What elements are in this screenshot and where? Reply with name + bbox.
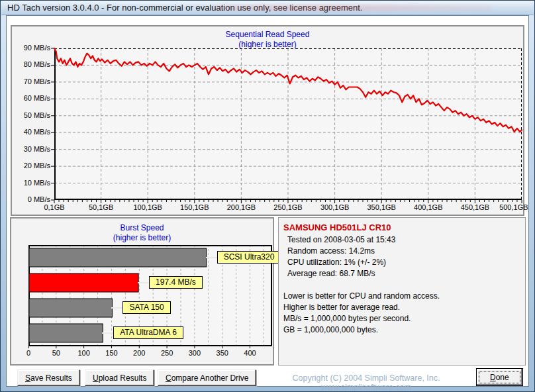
- bar-label-connector: [111, 307, 123, 309]
- burst-x-tick-label: 350: [217, 349, 228, 357]
- y-axis-tick-label: 90 MB/s: [12, 44, 50, 52]
- y-axis-tick-label: 0 MB/s: [12, 195, 50, 203]
- window-title: HD Tach version 3.0.4.0 - For non-commer…: [7, 3, 362, 13]
- sequential-read-panel: Sequential Read Speed (higher is better)…: [11, 25, 524, 216]
- burst-x-tick-label: 200: [133, 349, 145, 357]
- burst-x-tick-label: 100: [77, 349, 89, 357]
- random-access-line: Random access: 14.2ms: [287, 246, 525, 257]
- x-axis-tick-label: 400,1GB: [414, 203, 442, 211]
- upload-results-button[interactable]: Upload Results: [85, 369, 154, 386]
- y-axis-tick-label: 80 MB/s: [12, 60, 50, 68]
- note-lower-better: Lower is better for CPU and random acces…: [283, 291, 525, 302]
- burst-x-tick-label: 0: [26, 349, 30, 357]
- bar-value-label: 197.4 MB/s: [149, 276, 203, 289]
- burst-chart-title: Burst Speed (higher is better): [11, 223, 273, 243]
- burst-bar-labels: SCSI Ultra320197.4 MB/sSATA 150ATA Ultra…: [28, 245, 272, 346]
- y-axis-tick-label: 70 MB/s: [12, 77, 50, 85]
- bar-label-connector: [102, 332, 114, 334]
- save-results-button[interactable]: Save Results: [17, 369, 80, 386]
- y-axis-tick-label: 30 MB/s: [12, 145, 50, 153]
- x-axis-tick-label: 500,1GB: [499, 203, 528, 211]
- y-axis-tick-label: 20 MB/s: [12, 162, 50, 170]
- drive-info-panel: SAMSUNG HD501LJ CR10 Tested on 2008-03-0…: [278, 217, 526, 366]
- burst-x-tick-label: 400: [244, 349, 256, 357]
- info-spacer: [279, 279, 525, 291]
- y-axis-tick-label: 10 MB/s: [12, 179, 50, 187]
- bar-label-connector: [138, 282, 150, 283]
- note-gb-definition: GB = 1,000,000,000 bytes.: [283, 324, 525, 336]
- bar-label-connector: [206, 257, 218, 258]
- bar-value-label: SATA 150: [122, 301, 170, 314]
- x-axis-tick-label: 150,1GB: [180, 203, 209, 211]
- burst-x-tick-label: 50: [52, 349, 60, 357]
- x-axis-tick-label: 250,1GB: [273, 203, 302, 211]
- burst-x-tick-label: 250: [161, 349, 173, 357]
- sequential-read-chart: [54, 48, 522, 200]
- burst-chart-title-line1: Burst Speed: [11, 223, 273, 233]
- bar-value-label: ATA UltraDMA 6: [113, 326, 183, 339]
- average-read-line: Average read: 68.7 MB/s: [287, 268, 525, 279]
- note-higher-better: Higher is better for average read.: [283, 302, 525, 313]
- y-axis-tick-label: 40 MB/s: [12, 128, 50, 136]
- burst-x-tick-label: 150: [105, 349, 117, 357]
- bar-value-label: SCSI Ultra320: [217, 251, 281, 264]
- x-axis-tick-label: 100,1GB: [133, 203, 162, 211]
- x-axis-tick-label: 50,1GB: [89, 203, 113, 211]
- x-axis-tick-label: 300,1GB: [320, 203, 349, 211]
- compare-another-drive-button[interactable]: Compare Another Drive: [158, 369, 256, 386]
- window-titlebar[interactable]: HD Tach version 3.0.4.0 - For non-commer…: [1, 1, 534, 15]
- y-axis-tick-label: 50 MB/s: [12, 111, 50, 119]
- client-area: Sequential Read Speed (higher is better)…: [6, 15, 529, 387]
- drive-name: SAMSUNG HD501LJ CR10: [283, 222, 525, 232]
- burst-chart-title-line2: (higher is better): [11, 233, 273, 243]
- x-axis-tick-label: 200,1GB: [227, 203, 256, 211]
- burst-x-tick-label: 300: [189, 349, 201, 357]
- x-axis-tick-label: 350,1GB: [367, 203, 395, 211]
- sequential-chart-title-line1: Sequential Read Speed: [12, 30, 523, 40]
- hd-tach-window: HD Tach version 3.0.4.0 - For non-commer…: [0, 0, 535, 392]
- x-axis-tick-label: 450,1GB: [461, 203, 489, 211]
- note-mbs-definition: MB/s = 1,000,000 bytes per second.: [283, 313, 525, 324]
- copyright-text: Copyright (C) 2004 Simpli Software, Inc.…: [257, 373, 475, 392]
- x-axis-tick-label: 0,1GB: [44, 203, 64, 211]
- done-button[interactable]: Done: [476, 368, 523, 386]
- y-axis-tick-label: 60 MB/s: [12, 94, 50, 102]
- sequential-chart-title: Sequential Read Speed (higher is better): [12, 30, 523, 50]
- tested-on-line: Tested on 2008-03-05 at 15:43: [287, 234, 525, 246]
- cpu-utilization-line: CPU utilization: 1% (+/- 2%): [287, 257, 525, 268]
- burst-speed-panel: Burst Speed (higher is better) SCSI Ultr…: [10, 217, 274, 366]
